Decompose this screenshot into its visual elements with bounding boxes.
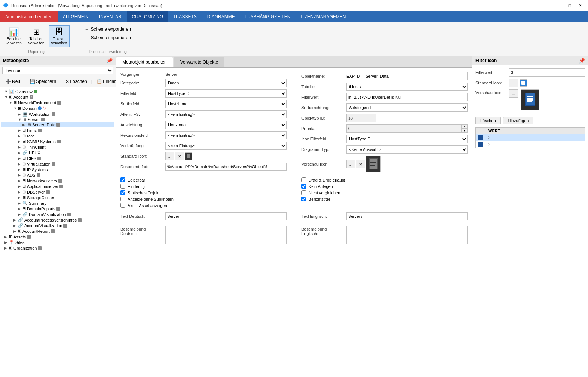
tree-item-workstation[interactable]: ▶ 💻 Workstation bbox=[1, 111, 114, 117]
filter-standard-icon-browse-button[interactable]: ... bbox=[509, 79, 518, 87]
filterfeld-select[interactable]: HostTypeID bbox=[165, 89, 287, 98]
tree-item-snmp[interactable]: ▶ ⊞ SNMP Systems bbox=[1, 139, 114, 144]
tree-expand-cifs[interactable]: ▶ bbox=[18, 157, 22, 160]
neu-button[interactable]: ➕ Neu bbox=[3, 78, 23, 85]
tabelle-select[interactable]: tHosts bbox=[346, 83, 468, 91]
tree-item-applicationserver[interactable]: ▶ ⊞ Applicationserver bbox=[1, 183, 114, 189]
berichtstitel-label[interactable]: Berichtstitel bbox=[309, 197, 330, 201]
right-panel-pin-icon[interactable]: 📌 bbox=[579, 58, 585, 64]
statisches-objekt-label[interactable]: Statisches Objekt bbox=[128, 191, 160, 195]
tree-item-linux[interactable]: ▶ ⊞ Linux bbox=[1, 127, 114, 133]
altern-fs-select[interactable]: <kein Eintrag> bbox=[165, 110, 287, 118]
tree-expand-server[interactable]: ▼ bbox=[18, 118, 22, 121]
tree-expand-networkservices[interactable]: ▶ bbox=[18, 179, 22, 183]
filterwert-input[interactable] bbox=[346, 93, 468, 101]
tree-item-accountreport[interactable]: ▶ ⊞ AccountReport bbox=[1, 228, 114, 234]
tree-item-virtualization[interactable]: ▶ ⊞ Virtualization bbox=[1, 161, 114, 167]
speichern-button[interactable]: 💾 Speichern bbox=[27, 78, 59, 85]
tree-expand-organization[interactable]: ▶ bbox=[4, 246, 9, 250]
ausrichtung-select[interactable]: Horizontal bbox=[165, 121, 287, 129]
tree-expand-summary[interactable]: ▶ bbox=[18, 201, 22, 205]
tree-item-hpux[interactable]: ▶ 🔗 HPUX bbox=[1, 150, 114, 155]
prioritaet-input[interactable] bbox=[346, 124, 462, 133]
nicht-vergleichen-label[interactable]: Nicht vergleichen bbox=[309, 191, 340, 195]
text-deutsch-input[interactable] bbox=[165, 212, 287, 220]
filter-table-row-2[interactable]: 2 bbox=[476, 141, 585, 148]
verknuepfung-select[interactable]: <kein Eintrag> bbox=[165, 142, 287, 150]
kategorie-select[interactable]: Daten bbox=[165, 79, 287, 87]
objekttyp-id-input[interactable] bbox=[346, 114, 376, 122]
objekte-verwalten-button[interactable]: 🗄 Objekteverwalten bbox=[49, 25, 70, 47]
tree-expand-sites[interactable]: ▶ bbox=[4, 241, 9, 244]
tree-expand-ads[interactable]: ▶ bbox=[18, 173, 22, 177]
tree-expand-virtualization[interactable]: ▶ bbox=[18, 162, 22, 166]
eindeutig-checkbox[interactable] bbox=[120, 184, 125, 189]
tree-expand-accountreport[interactable]: ▶ bbox=[13, 229, 18, 233]
anzeige-ohne-subknoten-checkbox[interactable] bbox=[120, 197, 125, 201]
tree-expand-domainvisualization[interactable]: ▶ bbox=[18, 213, 22, 216]
tree-item-summary[interactable]: ▶ 🔍 Summary bbox=[1, 200, 114, 206]
objektname-input[interactable] bbox=[364, 72, 468, 80]
minimize-button[interactable]: — bbox=[554, 2, 564, 9]
diagramm-typ-select[interactable]: <Keine Auswahl> bbox=[346, 145, 468, 154]
tree-item-overview[interactable]: ▼ 📊 Overview bbox=[1, 89, 114, 94]
menu-item-admin-beenden[interactable]: Administration beenden bbox=[0, 11, 58, 22]
sortierfeld-select[interactable]: HostName bbox=[165, 100, 287, 108]
tree-expand-accountvisualization[interactable]: ▶ bbox=[13, 224, 18, 228]
tree-item-server-data[interactable]: ▶ 🖥 Server_Data bbox=[1, 122, 114, 127]
tree-item-ipsystems[interactable]: ▶ ⊞ IP Systems bbox=[1, 167, 114, 172]
tree-expand-hpux[interactable]: ▶ bbox=[18, 151, 22, 155]
editierbar-checkbox[interactable] bbox=[120, 177, 125, 182]
tree-container[interactable]: ▼ 📊 Overview ▼ ⊞ Account p ▼ ⊞ NetworkEn… bbox=[0, 87, 116, 377]
als-it-asset-label[interactable]: Als IT Asset anzeigen bbox=[128, 203, 167, 208]
rekursionsfeld-select[interactable]: <kein Eintrag> bbox=[165, 131, 287, 139]
beschreibung-englisch-textarea[interactable] bbox=[346, 226, 468, 244]
tree-expand-mac[interactable]: ▶ bbox=[18, 134, 22, 138]
menu-item-lizenzmanagement[interactable]: LIZENZMANAGEMENT bbox=[295, 11, 353, 22]
tree-item-domain[interactable]: ▼ ⊞ Domain ↻ bbox=[1, 105, 114, 111]
menu-item-it-abhaengigkeiten[interactable]: IT-ABHÄNGIGKEITEN bbox=[240, 11, 296, 22]
tree-expand-dbserver[interactable]: ▶ bbox=[18, 190, 22, 194]
tree-expand-domainreports[interactable]: ▶ bbox=[18, 207, 22, 211]
tree-expand-linux[interactable]: ▶ bbox=[18, 129, 22, 132]
tree-expand-thinclient[interactable]: ▶ bbox=[18, 145, 22, 149]
prioritaet-down-button[interactable]: ▼ bbox=[462, 129, 468, 133]
tree-expand-accountprocess[interactable]: ▶ bbox=[13, 218, 18, 222]
berichte-verwalten-button[interactable]: 📊 Berichteverwalten bbox=[3, 25, 24, 47]
tree-expand-storagecluster[interactable]: ▶ bbox=[18, 196, 22, 200]
tree-item-organization[interactable]: ▶ ⊞ Organization bbox=[1, 245, 114, 251]
als-it-asset-checkbox[interactable] bbox=[120, 203, 125, 208]
left-panel-pin-icon[interactable]: 📌 bbox=[106, 58, 113, 64]
tree-item-account[interactable]: ▼ ⊞ Account p bbox=[1, 94, 114, 100]
schema-exportieren-button[interactable]: → Schema exportieren bbox=[82, 25, 133, 33]
statisches-objekt-checkbox[interactable] bbox=[120, 190, 125, 195]
tree-expand-server-data[interactable]: ▶ bbox=[22, 123, 27, 127]
nicht-vergleichen-checkbox[interactable] bbox=[301, 190, 306, 195]
tree-item-networkservices[interactable]: ▶ ⊞ Networkservices bbox=[1, 178, 114, 183]
berichtstitel-checkbox[interactable] bbox=[301, 197, 306, 201]
loeschen-button[interactable]: ✕ Löschen bbox=[63, 78, 89, 85]
beschreibung-deutsch-textarea[interactable] bbox=[165, 226, 287, 244]
tree-item-mac[interactable]: ▶ ⊞ Mac bbox=[1, 133, 114, 139]
tree-expand-account[interactable]: ▼ bbox=[4, 95, 9, 99]
maximize-button[interactable]: □ bbox=[565, 2, 575, 9]
tree-expand-overview[interactable]: ▼ bbox=[4, 90, 9, 93]
eindeutig-label[interactable]: Eindeutig bbox=[128, 184, 145, 189]
icon-filterfeld-select[interactable]: HostTypeID bbox=[346, 135, 468, 143]
tree-expand-applicationserver[interactable]: ▶ bbox=[18, 185, 22, 188]
hinzufuegen-button[interactable]: Hinzufügen bbox=[503, 117, 534, 124]
drag-drop-checkbox[interactable] bbox=[301, 177, 306, 182]
kein-anlegen-checkbox[interactable] bbox=[301, 184, 306, 189]
tree-item-accountvisualization[interactable]: ▶ 🔗 AccountVisualization bbox=[1, 223, 114, 228]
standard-icon-browse-button[interactable]: ... bbox=[165, 152, 174, 160]
tree-item-thinclient[interactable]: ▶ ⊞ ThinClient bbox=[1, 144, 114, 150]
tree-expand-assets[interactable]: ▶ bbox=[4, 235, 9, 239]
schema-importieren-button[interactable]: ← Schema importieren bbox=[82, 34, 133, 41]
drag-drop-label[interactable]: Drag & Drop erlaubt bbox=[309, 178, 345, 182]
tabellen-verwalten-button[interactable]: ⊞ Tabellenverwalten bbox=[26, 25, 47, 47]
tree-item-cifs[interactable]: ▶ ⊞ CIFS bbox=[1, 155, 114, 161]
tab-metaobjekt-bearbeiten[interactable]: Metaobjekt bearbeiten bbox=[116, 57, 173, 67]
editierbar-label[interactable]: Editierbar bbox=[128, 178, 145, 182]
kein-anlegen-label[interactable]: Kein Anlegen bbox=[309, 184, 333, 189]
tree-item-storagecluster[interactable]: ▶ ⊟ StorageCluster bbox=[1, 195, 114, 200]
